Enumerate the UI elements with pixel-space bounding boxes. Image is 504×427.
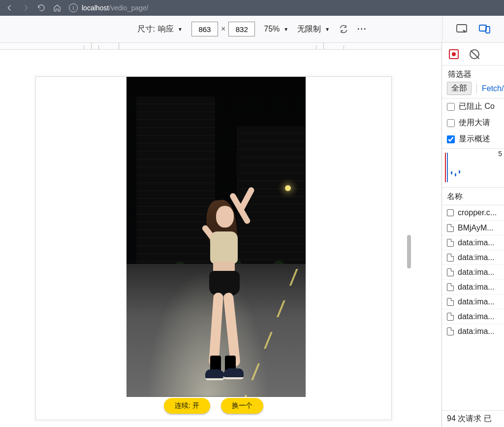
throttling-selector[interactable]: 无限制 ▼ <box>297 24 330 34</box>
chevron-down-icon: ▼ <box>284 27 288 32</box>
arrow-right-icon <box>21 3 30 12</box>
timeline-bar <box>459 170 460 173</box>
device-selector[interactable]: 尺寸: 响应 ▼ <box>137 24 183 34</box>
home-icon <box>53 3 62 12</box>
timeline-bar <box>455 173 456 176</box>
controls-row: 连续: 开 换一个 <box>36 398 391 414</box>
browser-chrome: i localhost/vedio_page/ <box>0 0 504 16</box>
url-bar[interactable]: i localhost/vedio_page/ <box>65 1 502 14</box>
file-icon <box>447 254 454 262</box>
timeline-marker <box>447 153 448 182</box>
file-icon <box>447 328 454 335</box>
site-info-icon[interactable]: i <box>69 3 78 12</box>
rotate-button[interactable] <box>339 24 348 34</box>
emulated-page[interactable]: 连续: 开 换一个 <box>35 76 392 420</box>
request-type-filter: 全部 Fetch/ <box>442 82 504 99</box>
filter-all-chip[interactable]: 全部 <box>447 82 472 95</box>
svg-rect-1 <box>479 25 486 31</box>
request-name: data:ima... <box>458 283 495 292</box>
request-row[interactable]: data:ima... <box>442 264 504 279</box>
continuous-toggle-button[interactable]: 连续: 开 <box>164 398 210 414</box>
width-input[interactable] <box>191 22 218 36</box>
request-name: data:ima... <box>458 238 495 247</box>
request-name: data:ima... <box>458 297 495 306</box>
file-icon <box>447 239 454 247</box>
clear-button[interactable] <box>470 49 479 59</box>
main-split: 连续: 开 换一个 筛选器 全部 Fetch/ 已阻止 Co 使用大请 显示概述 <box>0 43 504 427</box>
more-icon: ··· <box>357 25 367 33</box>
request-row[interactable]: data:ima... <box>442 235 504 250</box>
back-button[interactable] <box>2 1 18 15</box>
large-rows-label: 使用大请 <box>459 118 490 128</box>
height-input[interactable] <box>228 22 255 36</box>
blocked-cookies-label: 已阻止 Co <box>459 101 495 112</box>
request-list[interactable]: cropper.c...BMjAyM...data:ima...data:ima… <box>442 205 504 410</box>
blocked-cookies-checkbox-row[interactable]: 已阻止 Co <box>442 99 504 115</box>
filter-label: 筛选器 <box>442 66 504 82</box>
record-button[interactable] <box>449 49 459 59</box>
video-frame[interactable] <box>126 77 306 397</box>
request-row[interactable]: data:ima... <box>442 309 504 324</box>
request-row[interactable]: data:ima... <box>442 279 504 294</box>
request-name: cropper.c... <box>458 208 497 217</box>
overview-label: 显示概述 <box>459 134 490 144</box>
overview-checkbox[interactable] <box>447 135 455 143</box>
url-host: localhost <box>82 4 109 12</box>
device-name: 响应 <box>158 24 174 34</box>
reload-button[interactable] <box>33 1 49 15</box>
file-icon <box>447 298 454 306</box>
chevron-down-icon: ▼ <box>178 27 183 32</box>
arrow-left-icon <box>5 3 14 12</box>
chevron-down-icon: ▼ <box>325 27 330 32</box>
network-timeline[interactable]: 5 <box>442 148 504 188</box>
zoom-selector[interactable]: 75% ▼ <box>264 25 288 33</box>
large-rows-checkbox[interactable] <box>447 119 455 127</box>
timeline-marker <box>445 153 446 182</box>
devtools-panel: 筛选器 全部 Fetch/ 已阻止 Co 使用大请 显示概述 5 名称 crop <box>441 43 504 427</box>
blocked-cookies-checkbox[interactable] <box>447 103 455 111</box>
column-header-name[interactable]: 名称 <box>442 188 504 205</box>
checkbox-icon <box>447 209 454 216</box>
request-name: data:ima... <box>458 253 495 262</box>
request-row[interactable]: data:ima... <box>442 324 504 338</box>
device-mode-icon <box>478 24 491 34</box>
request-name: data:ima... <box>458 327 495 336</box>
devtools-action-row <box>442 43 504 66</box>
more-options-button[interactable]: ··· <box>357 25 367 33</box>
size-label: 尺寸: <box>137 24 155 34</box>
dimension-separator: × <box>221 25 225 33</box>
overview-checkbox-row[interactable]: 显示概述 <box>442 131 504 147</box>
filter-fetch-link[interactable]: Fetch/ <box>482 84 504 93</box>
horizontal-ruler <box>0 43 441 50</box>
request-row[interactable]: cropper.c... <box>442 205 504 220</box>
reload-icon <box>37 3 46 12</box>
rotate-icon <box>339 24 348 34</box>
device-mode-button[interactable] <box>478 24 491 34</box>
separator <box>476 84 477 94</box>
file-icon <box>447 224 454 232</box>
zoom-value: 75% <box>264 25 280 33</box>
devtools-top-right <box>442 16 504 42</box>
timeline-tick-label: 5 <box>498 150 502 158</box>
large-rows-checkbox-row[interactable]: 使用大请 <box>442 115 504 131</box>
next-button[interactable]: 换一个 <box>221 398 263 414</box>
network-status-bar: 94 次请求 已 <box>442 410 504 427</box>
viewport-area: 连续: 开 换一个 <box>0 43 441 427</box>
request-row[interactable]: data:ima... <box>442 294 504 309</box>
timeline-bar <box>451 171 452 174</box>
throttling-value: 无限制 <box>297 24 321 34</box>
request-name: data:ima... <box>458 268 495 277</box>
element-picker-icon <box>456 24 469 34</box>
home-button[interactable] <box>49 1 65 15</box>
request-name: BMjAyM... <box>458 224 494 232</box>
element-picker-button[interactable] <box>456 24 469 34</box>
file-icon <box>447 283 454 291</box>
forward-button[interactable] <box>18 1 33 15</box>
person-figure <box>182 180 260 377</box>
url-path: /vedio_page/ <box>109 4 148 12</box>
request-row[interactable]: data:ima... <box>442 250 504 264</box>
file-icon <box>447 313 454 321</box>
scrollbar-thumb[interactable] <box>407 235 411 268</box>
dimensions-group: × <box>191 22 255 36</box>
request-row[interactable]: BMjAyM... <box>442 220 504 235</box>
